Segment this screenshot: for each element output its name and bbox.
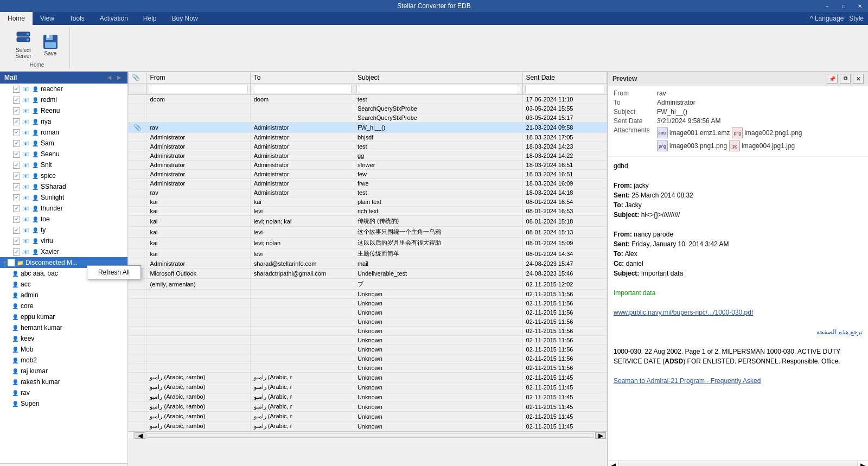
preview-body-link1[interactable]: www.public.navy.mil/bupers-npc/.../1000-… [614, 308, 863, 317]
navy-link[interactable]: www.public.navy.mil/bupers-npc/.../1000-… [614, 309, 753, 316]
attach-item-3[interactable]: png image003.png1.png [657, 141, 727, 151]
seaman-link[interactable]: Seaman to Admiral-21 Program - Frequentl… [614, 377, 761, 385]
tree-checkbox-Reenu[interactable]: ✓ [13, 107, 20, 114]
tree-item-hemant[interactable]: 👤 hemant kumar [0, 322, 127, 333]
table-row[interactable]: rav Administrator test 18-03-2024 14:18 [129, 188, 607, 197]
tree-item-mob2[interactable]: 👤 mob2 [0, 355, 127, 366]
preview-float-btn[interactable]: ⧉ [840, 74, 851, 84]
table-row[interactable]: Unknown 02-11-2015 11:56 [129, 345, 607, 354]
sidebar-expand-btn[interactable]: ▶ [114, 75, 123, 80]
table-row[interactable]: رامبو (Arabic, rambo) رامبو (Arabic, r U… [129, 373, 607, 382]
tree-item-virtu[interactable]: ✓ 📧 👤 virtu [0, 235, 127, 246]
tree-item-eppu[interactable]: 👤 eppu kumar [0, 311, 127, 322]
tree-checkbox-spice[interactable]: ✓ [13, 173, 20, 180]
tree-checkbox-Xavier[interactable]: ✓ [13, 248, 20, 256]
table-row[interactable]: kai levi rich text 08-01-2024 16:53 [129, 207, 607, 216]
table-row[interactable]: رامبو (Arabic, rambo) رامبو (Arabic, r U… [129, 402, 607, 412]
table-row[interactable]: Unknown 02-11-2015 11:56 [129, 327, 607, 336]
table-row[interactable]: Administrator Administrator frwe 18-03-2… [129, 179, 607, 188]
table-row[interactable]: Unknown 02-11-2015 11:56 [129, 336, 607, 345]
tree-item-riya[interactable]: ✓ 📧 👤 riya [0, 116, 127, 127]
tree-checkbox-Sam[interactable]: ✓ [13, 140, 20, 147]
table-row[interactable]: SearchQueryStxProbe 03-05-2024 15:17 [129, 113, 607, 123]
tab-help[interactable]: Help [136, 12, 164, 25]
tree-item-redmi[interactable]: ✓ 📧 👤 redmi [0, 94, 127, 105]
tree-item-Snit[interactable]: ✓ 📧 👤 Snit [0, 159, 127, 170]
tree-item-Sunlight[interactable]: ✓ 📧 👤 Sunlight [0, 192, 127, 203]
tab-home[interactable]: Home [0, 12, 33, 25]
table-row[interactable]: SearchQueryStxProbe 03-05-2024 15:55 [129, 104, 607, 113]
table-row[interactable]: رامبو (Arabic, rambo) رامبو (Arabic, r U… [129, 412, 607, 422]
tree-checkbox-redmi[interactable]: ✓ [13, 97, 20, 104]
tree-item-Xavier[interactable]: ✓ 📧 👤 Xavier [0, 246, 127, 257]
tree-item-Mob[interactable]: 👤 Mob [0, 344, 127, 355]
tree-item-acc[interactable]: 👤 acc [0, 279, 127, 290]
select-server-button[interactable]: SelectServer [11, 28, 36, 61]
tree-item-Reenu[interactable]: ✓ 📧 👤 Reenu [0, 105, 127, 116]
tab-buynow[interactable]: Buy Now [164, 12, 206, 25]
table-row[interactable]: Unknown 02-11-2015 11:56 [129, 317, 607, 327]
tree-checkbox-ty[interactable]: ✓ [13, 227, 20, 234]
preview-scroll-left[interactable]: ◀ [608, 461, 619, 466]
tree-item-spice[interactable]: ✓ 📧 👤 spice [0, 170, 127, 181]
tree-checkbox-toe[interactable]: ✓ [13, 216, 20, 223]
tree-item-admin[interactable]: 👤 admin [0, 290, 127, 301]
tree-item-Supen[interactable]: 👤 Supen [0, 398, 127, 409]
table-row[interactable]: Unknown 02-11-2015 11:56 [129, 299, 607, 308]
tree-checkbox-SSharad[interactable]: ✓ [13, 183, 20, 190]
arabic-link[interactable]: ترجع هذه الصفحة [816, 328, 863, 336]
scroll-left-btn[interactable]: ◀ [135, 432, 145, 439]
date-search-input[interactable] [525, 85, 604, 93]
to-search-input[interactable] [253, 85, 352, 93]
tree-item-core[interactable]: 👤 core [0, 301, 127, 311]
tree-item-roman[interactable]: ✓ 📧 👤 roman [0, 127, 127, 138]
table-row[interactable]: Administrator Administrator gg 18-03-202… [129, 151, 607, 161]
preview-close-btn[interactable]: ✕ [853, 74, 864, 84]
save-button[interactable]: Save [38, 31, 63, 58]
table-row[interactable]: Unknown 02-11-2015 11:56 [129, 290, 607, 299]
tree-item-rav[interactable]: 👤 rav [0, 387, 127, 398]
table-row[interactable]: رامبو (Arabic, rambo) رامبو (Arabic, r U… [129, 422, 607, 431]
attach-item-4[interactable]: jpg image004.jpg1.jpg [729, 141, 795, 151]
tree-checkbox-Snit[interactable]: ✓ [13, 162, 20, 169]
tree-item-Sam[interactable]: ✓ 📧 👤 Sam [0, 138, 127, 149]
table-row[interactable]: Unknown 02-11-2015 11:56 [129, 363, 607, 373]
language-link[interactable]: ^ Language [810, 15, 844, 22]
minimize-button[interactable]: − [819, 0, 835, 12]
table-row[interactable]: 📎 Microsoft Outlook sharadctripathi@gmai… [129, 269, 607, 279]
tree-item-thunder[interactable]: ✓ 📧 👤 thunder [0, 203, 127, 214]
scroll-right-btn[interactable]: ▶ [595, 432, 606, 439]
tree-checkbox-reacher[interactable]: ✓ [13, 86, 20, 93]
tree-item-SSharad[interactable]: ✓ 📧 👤 SSharad [0, 181, 127, 192]
table-row[interactable]: Unknown 02-11-2015 11:56 [129, 354, 607, 363]
attach-item-2[interactable]: png image002.png1.png [732, 127, 802, 138]
tree-checkbox-disconnected[interactable]: ✓ [8, 259, 15, 266]
preview-scroll-right[interactable]: ▶ [857, 461, 868, 466]
tree-checkbox-Sunlight[interactable]: ✓ [13, 194, 20, 201]
tree-checkbox-roman[interactable]: ✓ [13, 129, 20, 136]
table-row[interactable]: kai levi 主题传统而简单 08-01-2024 14:34 [129, 248, 607, 259]
from-search-input[interactable] [149, 85, 247, 93]
table-row[interactable]: Unknown 02-11-2015 11:56 [129, 308, 607, 317]
subject-search-input[interactable] [356, 85, 520, 93]
table-row[interactable]: Administrator Administrator few 18-03-20… [129, 170, 607, 179]
table-row[interactable]: doom doom test 17-06-2024 11:10 [129, 95, 607, 104]
tree-item-raj[interactable]: 👤 raj kumar [0, 366, 127, 376]
table-row[interactable]: رامبو (Arabic, rambo) رامبو (Arabic, r U… [129, 382, 607, 392]
table-row[interactable]: Administrator sharad@stellarinfo.com mai… [129, 259, 607, 269]
tab-view[interactable]: View [33, 12, 62, 25]
preview-pin-btn[interactable]: 📌 [827, 74, 838, 84]
table-row[interactable]: Administrator Administrator bhjsdf 18-03… [129, 133, 607, 142]
sidebar-collapse-btn[interactable]: ◀ [105, 75, 113, 80]
attach-item-1[interactable]: emz image001.emz1.emz [657, 127, 730, 138]
table-row[interactable]: Administrator Administrator sfnwer 18-03… [129, 161, 607, 170]
tab-activation[interactable]: Activation [92, 12, 136, 25]
table-row[interactable]: kai levi 这个故事只围绕一个主角一乌鸦 08-01-2024 15:13 [129, 227, 607, 238]
tree-item-ty[interactable]: ✓ 📧 👤 ty [0, 225, 127, 235]
tree-checkbox-thunder[interactable]: ✓ [13, 205, 20, 212]
tree-item-rakesh[interactable]: 👤 rakesh kumar [0, 376, 127, 387]
close-button[interactable]: ✕ [852, 0, 868, 12]
tab-tools[interactable]: Tools [62, 12, 92, 25]
tree-item-keev[interactable]: 👤 keev [0, 333, 127, 344]
table-row[interactable]: رامبو (Arabic, rambo) رامبو (Arabic, r U… [129, 392, 607, 402]
